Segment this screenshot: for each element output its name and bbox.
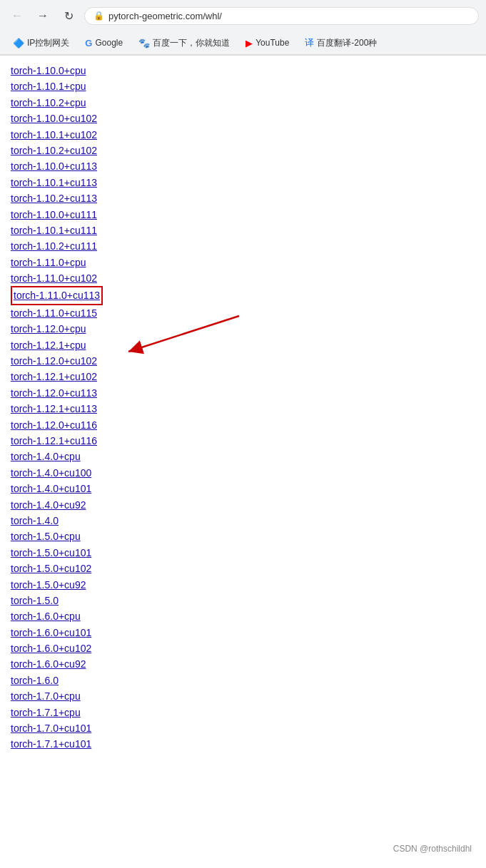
list-item: torch-1.10.0+cu102	[11, 111, 475, 126]
list-item: torch-1.7.1+cpu	[11, 705, 475, 720]
list-item: torch-1.12.0+cpu	[11, 321, 475, 337]
page-link[interactable]: torch-1.11.0+cu115	[11, 307, 97, 319]
page-link[interactable]: torch-1.11.0+cu102	[11, 272, 97, 284]
list-item: torch-1.5.0+cu92	[11, 577, 475, 593]
page-link[interactable]: torch-1.5.0+cu92	[11, 579, 86, 591]
list-item: torch-1.10.0+cu111	[11, 207, 475, 223]
page-link[interactable]: torch-1.12.0+cu116	[11, 419, 97, 431]
page-link[interactable]: torch-1.12.0+cu113	[11, 387, 97, 399]
bookmarks-bar: 🔷 IP控制网关 G Google 🐾 百度一下，你就知道 ▶ YouTube …	[0, 31, 486, 55]
list-item: torch-1.12.1+cu113	[11, 401, 475, 417]
page-link[interactable]: torch-1.12.1+cu102	[11, 371, 97, 382]
list-item: torch-1.6.0+cu101	[11, 625, 475, 640]
page-link[interactable]: torch-1.10.2+cu102	[11, 145, 97, 156]
list-item: torch-1.11.0+cu102	[11, 270, 475, 286]
bookmark-ip-label: IP控制网关	[27, 37, 69, 49]
page-link[interactable]: torch-1.6.0+cu92	[11, 658, 86, 670]
page-link[interactable]: torch-1.5.0	[11, 595, 59, 606]
page-link[interactable]: torch-1.12.0+cu102	[11, 355, 97, 367]
bookmark-ip-control[interactable]: 🔷 IP控制网关	[7, 35, 75, 51]
ip-control-icon: 🔷	[13, 38, 24, 48]
list-item: torch-1.5.0+cu101	[11, 545, 475, 561]
page-link[interactable]: torch-1.7.0+cu101	[11, 723, 91, 734]
list-item: torch-1.7.0+cpu	[11, 688, 475, 704]
page-link[interactable]: torch-1.10.0+cu102	[11, 113, 97, 124]
page-link[interactable]: torch-1.10.0+cpu	[11, 65, 86, 76]
page-link[interactable]: torch-1.10.2+cu113	[11, 193, 97, 204]
page-link[interactable]: torch-1.4.0+cu100	[11, 467, 91, 479]
list-item: torch-1.12.0+cu116	[11, 417, 475, 433]
youtube-icon: ▶	[245, 38, 253, 48]
list-item: torch-1.7.1+cu101	[11, 736, 475, 752]
page-link[interactable]: torch-1.5.0+cu102	[11, 563, 91, 574]
list-item: torch-1.4.0+cu92	[11, 497, 475, 513]
list-item: torch-1.10.1+cu102	[11, 127, 475, 143]
page-link[interactable]: torch-1.10.2+cpu	[11, 97, 86, 108]
list-item: torch-1.4.0+cu101	[11, 481, 475, 496]
bookmark-translate[interactable]: 译 百度翻译-200种	[299, 34, 383, 51]
page-link[interactable]: torch-1.10.1+cu113	[11, 177, 97, 188]
page-content: torch-1.10.0+cputorch-1.10.1+cputorch-1.…	[0, 56, 486, 760]
page-link[interactable]: torch-1.10.0+cu111	[11, 209, 97, 220]
page-link[interactable]: torch-1.11.0+cpu	[11, 257, 86, 268]
browser-chrome: ← → ↻ 🔒 pytorch-geometric.com/whl/ 🔷 IP控…	[0, 0, 486, 56]
page-link[interactable]: torch-1.5.0+cu101	[11, 547, 91, 558]
bookmark-baidu-label: 百度一下，你就知道	[153, 37, 230, 49]
page-link[interactable]: torch-1.10.1+cu102	[11, 129, 97, 141]
list-item: torch-1.10.1+cpu	[11, 78, 475, 94]
page-link[interactable]: torch-1.10.0+cu113	[11, 160, 97, 172]
bookmark-youtube[interactable]: ▶ YouTube	[240, 36, 295, 51]
list-item: torch-1.11.0+cu115	[11, 305, 475, 321]
page-link[interactable]: torch-1.4.0	[11, 515, 59, 526]
list-item: torch-1.10.0+cpu	[11, 63, 475, 78]
list-item: torch-1.10.1+cu111	[11, 223, 475, 238]
page-link[interactable]: torch-1.7.0+cpu	[11, 690, 81, 702]
list-item: torch-1.10.2+cu111	[11, 238, 475, 254]
list-item: torch-1.5.0	[11, 593, 475, 608]
list-item: torch-1.6.0+cpu	[11, 608, 475, 624]
forward-button[interactable]: →	[33, 6, 53, 26]
list-item: torch-1.4.0	[11, 513, 475, 529]
list-item: torch-1.7.0+cu101	[11, 720, 475, 736]
baidu-icon: 🐾	[138, 38, 150, 48]
address-bar[interactable]: 🔒 pytorch-geometric.com/whl/	[84, 7, 479, 25]
page-link[interactable]: torch-1.12.1+cu113	[11, 403, 97, 414]
page-link[interactable]: torch-1.4.0+cpu	[11, 451, 81, 462]
list-item: torch-1.12.1+cu102	[11, 369, 475, 384]
reload-button[interactable]: ↻	[59, 6, 79, 26]
bookmark-translate-label: 百度翻译-200种	[317, 37, 377, 49]
page-link[interactable]: torch-1.10.1+cpu	[11, 81, 86, 92]
list-item: torch-1.12.0+cu102	[11, 353, 475, 369]
highlighted-link[interactable]: torch-1.11.0+cu113	[14, 290, 100, 301]
list-item: torch-1.6.0	[11, 673, 475, 688]
page-link[interactable]: torch-1.12.1+cpu	[11, 339, 86, 351]
page-link[interactable]: torch-1.6.0+cpu	[11, 611, 81, 622]
list-item: torch-1.10.2+cu102	[11, 143, 475, 158]
page-link[interactable]: torch-1.4.0+cu92	[11, 499, 86, 511]
page-link[interactable]: torch-1.7.1+cu101	[11, 738, 91, 750]
list-item: torch-1.11.0+cpu	[11, 255, 475, 270]
page-link[interactable]: torch-1.5.0+cpu	[11, 531, 81, 542]
page-link[interactable]: torch-1.6.0+cu101	[11, 627, 91, 638]
list-item: torch-1.12.1+cpu	[11, 337, 475, 353]
nav-bar: ← → ↻ 🔒 pytorch-geometric.com/whl/	[0, 0, 486, 31]
page-link[interactable]: torch-1.6.0+cu102	[11, 643, 91, 654]
list-item: torch-1.4.0+cpu	[11, 449, 475, 464]
bookmark-baidu[interactable]: 🐾 百度一下，你就知道	[133, 35, 236, 51]
bookmark-google[interactable]: G Google	[79, 36, 128, 51]
back-button[interactable]: ←	[7, 6, 27, 26]
page-link[interactable]: torch-1.10.2+cu111	[11, 240, 97, 252]
list-item: torch-1.6.0+cu102	[11, 640, 475, 656]
list-item: torch-1.11.0+cu113	[11, 286, 475, 305]
list-item: torch-1.10.1+cu113	[11, 175, 475, 190]
page-link[interactable]: torch-1.7.1+cpu	[11, 707, 81, 718]
link-list: torch-1.10.0+cputorch-1.10.1+cputorch-1.…	[11, 63, 475, 752]
bookmark-youtube-label: YouTube	[255, 38, 289, 48]
page-link[interactable]: torch-1.6.0	[11, 675, 59, 686]
bookmark-google-label: Google	[95, 38, 123, 48]
page-link[interactable]: torch-1.12.1+cu116	[11, 435, 97, 446]
page-link[interactable]: torch-1.4.0+cu101	[11, 483, 91, 494]
page-link[interactable]: torch-1.10.1+cu111	[11, 225, 97, 236]
page-link[interactable]: torch-1.12.0+cpu	[11, 323, 86, 335]
list-item: torch-1.12.1+cu116	[11, 433, 475, 449]
